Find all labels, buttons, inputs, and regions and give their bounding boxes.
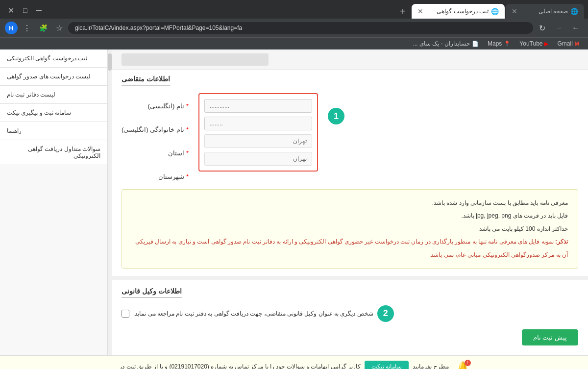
sidebar-item-guide[interactable]: راهنما	[0, 122, 107, 140]
sidebar: ثبت درخواست گواهی الکترونیکی لیست درخواس…	[0, 49, 108, 355]
profile-avatar[interactable]: H	[5, 22, 18, 34]
tab-main[interactable]: 🌐 صفحه اصلی ✕	[506, 4, 584, 19]
legal-checkbox-label: شخص دیگری به عنوان وکیل قانونی متقاضی، ج…	[133, 310, 373, 317]
tab2-close[interactable]: ✕	[417, 7, 423, 15]
bookmark-star[interactable]: ☆	[53, 22, 66, 34]
info-line3: حداکثر اندازه 100 کیلو بایت می باشد	[132, 222, 568, 235]
info-line2: فایل باید در فرمت های jpg, jpeg, png باش…	[132, 209, 568, 222]
city-label: شهرستان	[158, 173, 184, 180]
legal-section-header: اطلاعات وکیل قانونی	[112, 285, 588, 300]
tab2-title: ثبت درخواست گواهی	[426, 8, 489, 15]
back-button[interactable]: ←	[568, 22, 583, 34]
applicant-section-title: اطلاعات متقاضی	[122, 75, 170, 86]
window-minimize[interactable]: ─	[32, 5, 45, 16]
sidebar-item-offices[interactable]: لیست دفاتر ثبت نام	[0, 86, 107, 104]
bookmark-maps[interactable]: 📍 Maps	[484, 39, 514, 48]
window-close[interactable]: ✕	[4, 5, 18, 16]
reload-button[interactable]: ↻	[536, 22, 549, 34]
info-line1: معرفی نامه باید مطابق با پست سازمانی وار…	[132, 197, 568, 209]
first-name-input[interactable]	[204, 99, 312, 113]
notification-text-after: مطرح بفرمایید	[413, 363, 448, 369]
last-name-label: نام خانوادگی (انگلیسی)	[122, 126, 184, 133]
first-name-label: نام (انگلیسی)	[148, 102, 184, 110]
warning-text: نمونه فایل های معرفی نامه تنها به منظور …	[135, 238, 568, 258]
sidebar-item-faq[interactable]: سوالات متداول دریافت گواهی الکترونیکی	[0, 140, 107, 165]
province-label: استان	[168, 149, 184, 157]
window-maximize[interactable]: □	[19, 5, 31, 15]
notification-text: کاربر گرامی ابهامات و سوالات خود را با م…	[119, 363, 360, 369]
required-star-2: *	[186, 126, 189, 133]
ticket-button[interactable]: سامانه تیکت	[365, 361, 409, 369]
bookmark-youtube-label: YouTube	[519, 40, 542, 47]
applicant-section-header: اطلاعات متقاضی	[112, 70, 588, 88]
tab-certificate[interactable]: 🌐 ثبت درخواست گواهی ✕	[412, 4, 505, 19]
step1-badge: 1	[328, 108, 344, 124]
info-warning: تذکر: نمونه فایل های معرفی نامه تنها به …	[132, 235, 568, 261]
bell-badge: !	[465, 360, 471, 366]
settings-button[interactable]: ⋮	[20, 22, 34, 34]
province-field: تهران	[204, 134, 312, 148]
bookmark-maps-label: Maps	[488, 40, 502, 47]
bookmark-gmail-label: Gmail	[557, 40, 572, 47]
warning-label: تذکر:	[555, 238, 568, 245]
new-tab-button[interactable]: +	[395, 6, 411, 17]
step2-badge: 2	[377, 305, 394, 322]
bookmark-gmail[interactable]: M Gmail	[553, 39, 583, 48]
bookmark-hesabdaran[interactable]: 📄 حسابداران - یک سای ...	[409, 39, 483, 48]
required-star-1: *	[186, 102, 189, 110]
tab1-close[interactable]: ✕	[512, 7, 517, 15]
sidebar-item-register-cert[interactable]: ثبت درخواست گواهی الکترونیکی	[0, 49, 107, 68]
last-name-input[interactable]	[204, 117, 312, 130]
required-star-3: *	[186, 149, 189, 157]
notification-bar: 🔔 ! مطرح بفرمایید سامانه تیکت کاربر گرام…	[0, 355, 588, 369]
tab2-favicon: 🌐	[491, 8, 499, 15]
legal-section-title: اطلاعات وکیل قانونی	[122, 287, 182, 298]
address-bar[interactable]	[68, 22, 533, 34]
bell-icon: 🔔 !	[457, 361, 469, 369]
next-button[interactable]: پیش ثبت نام	[522, 329, 578, 345]
tab1-favicon: 🌐	[570, 8, 578, 15]
bookmark-youtube[interactable]: ▶ YouTube	[515, 39, 552, 48]
info-box: معرفی نامه باید مطابق با پست سازمانی وار…	[122, 189, 578, 269]
extensions-button[interactable]: 🧩	[36, 23, 50, 33]
required-star-4: *	[186, 173, 189, 180]
city-field: تهران	[204, 152, 312, 166]
bookmark-hesabdaran-label: حسابداران - یک سای ...	[413, 40, 470, 47]
sidebar-item-list-certs[interactable]: لیست درخواست های صدور گواهی	[0, 68, 107, 86]
sidebar-item-ticket[interactable]: سامانه ثبت و پیگیری تیکت	[0, 104, 107, 122]
legal-checkbox[interactable]	[122, 310, 129, 318]
tab1-title: صفحه اصلی	[520, 8, 568, 15]
forward-button[interactable]: →	[551, 22, 566, 34]
